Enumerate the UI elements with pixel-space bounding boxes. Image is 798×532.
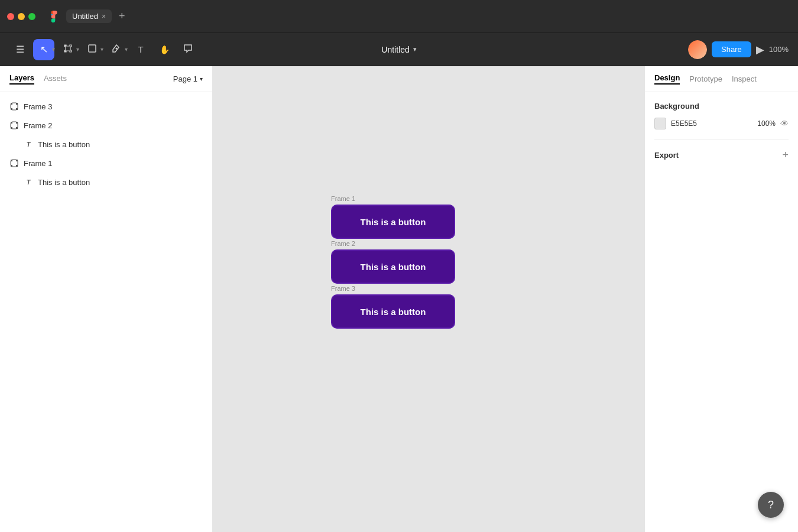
canvas-button-3-text: This is a button: [361, 307, 426, 317]
frame-icon-1: [9, 158, 19, 168]
shape-dropdown-arrow: ▾: [100, 46, 103, 53]
layer-item-text2[interactable]: T This is a button: [0, 135, 212, 154]
text-icon-1: T: [24, 177, 33, 187]
sidebar-tab-layers[interactable]: Layers: [9, 73, 34, 85]
titlebar: Untitled × +: [0, 0, 798, 33]
canvas-frame2-group: Frame 2 This is a button: [331, 240, 455, 284]
menu-button[interactable]: ☰: [9, 39, 31, 60]
pen-dropdown-arrow: ▾: [125, 46, 128, 53]
shape-icon: [87, 44, 97, 56]
toolbar-right: Share ▶ 100%: [688, 40, 789, 59]
pen-tool-group: ▾: [106, 39, 128, 60]
project-title-section[interactable]: Untitled ▾: [381, 45, 416, 54]
layer-item-frame2[interactable]: Frame 2: [0, 116, 212, 135]
right-panel: Design Prototype Inspect Background E5E5…: [644, 66, 798, 532]
layer-item-frame1[interactable]: Frame 1: [0, 154, 212, 173]
visibility-toggle-icon[interactable]: 👁: [780, 119, 789, 128]
minimize-traffic-light[interactable]: [18, 13, 25, 20]
zoom-level: 100%: [769, 45, 789, 54]
pen-tool-button[interactable]: [106, 39, 127, 60]
project-title: Untitled: [381, 45, 409, 54]
svg-rect-23: [12, 160, 17, 160]
frame-tool-group: ▾: [57, 39, 79, 60]
project-dropdown-icon: ▾: [413, 46, 417, 53]
tab-prototype[interactable]: Prototype: [689, 74, 722, 83]
text-icon-2: T: [24, 140, 33, 149]
svg-rect-9: [11, 105, 11, 109]
layer-label-frame3: Frame 3: [24, 102, 52, 111]
hand-tool-button[interactable]: ✋: [154, 39, 175, 60]
figma-logo-icon: [45, 8, 61, 25]
svg-rect-26: [18, 161, 18, 166]
background-color-swatch[interactable]: [654, 118, 666, 129]
export-section: Export +: [654, 149, 789, 161]
play-icon: ▶: [756, 44, 764, 56]
svg-rect-8: [12, 110, 17, 111]
design-panel-content: Background E5E5E5 100% 👁 Export +: [645, 92, 798, 171]
layer-label-text1: This is a button: [38, 178, 90, 187]
canvas-button-1-text: This is a button: [361, 217, 426, 227]
page-selector-label: Page 1: [173, 74, 197, 83]
tab-inspect[interactable]: Inspect: [732, 74, 757, 83]
tab-design[interactable]: Design: [654, 73, 680, 85]
layer-item-frame3[interactable]: Frame 3: [0, 97, 212, 116]
avatar: [688, 40, 707, 59]
hand-icon: ✋: [160, 45, 170, 54]
svg-rect-7: [12, 103, 17, 103]
export-add-button[interactable]: +: [782, 149, 789, 161]
toolbar: ☰ ↖ ▾ ▾: [0, 33, 798, 66]
sidebar-tab-assets[interactable]: Assets: [44, 74, 67, 84]
canvas-frame3-group: Frame 3 This is a button: [331, 285, 455, 329]
layer-label-frame1: Frame 1: [24, 159, 52, 168]
main-layout: Layers Assets Page 1 ▾: [0, 66, 798, 532]
canvas-frame2-label: Frame 2: [331, 240, 455, 247]
select-dropdown-arrow: ▾: [52, 46, 55, 53]
avatar-image: [688, 40, 707, 59]
select-tool-group: ↖ ▾: [33, 39, 55, 60]
canvas-button-2-text: This is a button: [361, 262, 426, 272]
svg-rect-10: [18, 105, 18, 109]
svg-point-2: [116, 47, 118, 49]
menu-icon: ☰: [16, 44, 24, 55]
share-button[interactable]: Share: [712, 41, 751, 57]
svg-rect-25: [11, 161, 11, 166]
new-tab-button[interactable]: +: [119, 10, 125, 22]
frame-tool-button[interactable]: [57, 39, 79, 60]
canvas-frame3-label: Frame 3: [331, 285, 455, 292]
background-section-title: Background: [654, 102, 789, 111]
help-icon: ?: [768, 499, 774, 511]
frames-container: Frame 1 This is a button Frame 2 This is…: [331, 195, 455, 330]
background-color-row: E5E5E5 100% 👁: [654, 118, 789, 129]
frame-icon-2: [9, 121, 19, 130]
active-tab[interactable]: Untitled ×: [66, 9, 112, 23]
canvas-button-2[interactable]: This is a button: [331, 249, 455, 284]
page-selector[interactable]: Page 1 ▾: [173, 74, 203, 83]
fullscreen-traffic-light[interactable]: [28, 13, 35, 20]
canvas-frame1-group: Frame 1 This is a button: [331, 195, 455, 239]
frame-icon-3: [9, 102, 19, 111]
shape-tool-button[interactable]: [82, 39, 103, 60]
close-traffic-light[interactable]: [7, 13, 14, 20]
text-tool-icon: T: [138, 44, 143, 54]
comment-tool-button[interactable]: [177, 39, 199, 60]
right-panel-tabs: Design Prototype Inspect: [645, 66, 798, 92]
canvas[interactable]: Frame 1 This is a button Frame 2 This is…: [213, 66, 644, 532]
help-button[interactable]: ?: [758, 492, 784, 518]
section-divider: [654, 139, 789, 140]
text-tool-button[interactable]: T: [130, 39, 151, 60]
traffic-lights: [7, 13, 35, 20]
canvas-button-1[interactable]: This is a button: [331, 205, 455, 239]
svg-rect-18: [18, 124, 18, 128]
tab-label: Untitled: [72, 12, 98, 21]
canvas-button-3[interactable]: This is a button: [331, 294, 455, 329]
layer-item-text1[interactable]: T This is a button: [0, 173, 212, 192]
export-label: Export: [654, 151, 679, 160]
shape-tool-group: ▾: [82, 39, 103, 60]
select-icon: ↖: [40, 44, 48, 55]
play-button[interactable]: ▶: [756, 43, 764, 56]
layers-panel: Frame 3 Frame 2: [0, 92, 212, 532]
select-tool-button[interactable]: ↖: [33, 39, 54, 60]
sidebar: Layers Assets Page 1 ▾: [0, 66, 213, 532]
tab-close-icon[interactable]: ×: [102, 12, 106, 21]
background-hex-value: E5E5E5: [671, 119, 752, 128]
